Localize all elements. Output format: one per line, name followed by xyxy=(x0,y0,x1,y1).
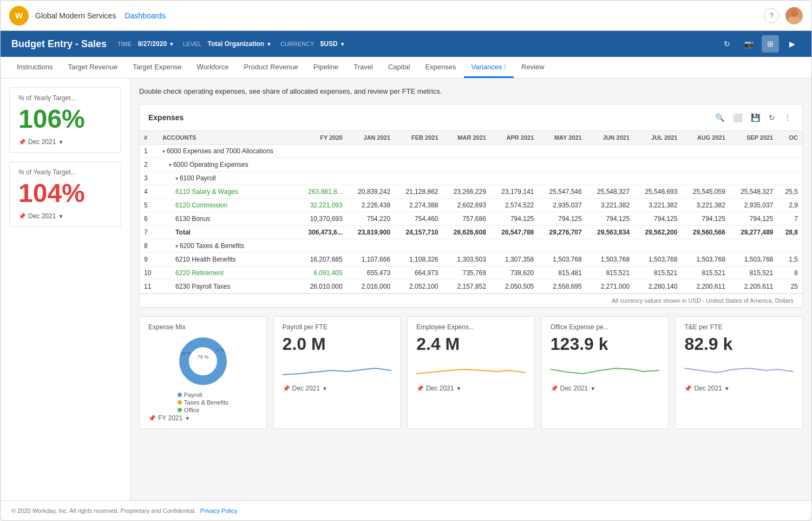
save-icon[interactable]: 💾 xyxy=(749,111,762,124)
sidebar-widget-1-footer[interactable]: 📌 Dec 2021 ▼ xyxy=(18,138,112,146)
expand-icon[interactable]: ▾ xyxy=(175,243,180,249)
toolbar-refresh-icon[interactable]: ↻ xyxy=(767,111,777,124)
cell-aug: 794,125 xyxy=(682,212,729,226)
tab-variances[interactable]: Variances ⁝ xyxy=(464,57,514,78)
help-button[interactable]: ? xyxy=(764,8,779,23)
payroll-fte-footer-label: Dec 2021 xyxy=(292,385,320,392)
cell-jan: 2,016,000 xyxy=(347,280,395,294)
expand-icon[interactable]: ▾ xyxy=(175,175,180,181)
sidebar-widget-1-title: % of Yearly Target... xyxy=(18,94,112,102)
tab-capital[interactable]: Capital xyxy=(381,57,417,78)
cell-may xyxy=(538,239,586,253)
expand-icon[interactable]: ▾ xyxy=(169,162,173,168)
page-title: Budget Entry - Sales xyxy=(11,38,107,50)
search-icon[interactable]: 🔍 xyxy=(713,111,726,124)
cell-jul xyxy=(634,145,682,158)
cell-aug xyxy=(682,145,729,158)
grid-view-button[interactable]: ⊞ xyxy=(762,35,779,53)
privacy-policy-link[interactable]: Privacy Policy xyxy=(200,507,237,514)
cell-num: 7 xyxy=(140,226,158,239)
tne-fte-footer[interactable]: 📌 Dec 2021 ▼ xyxy=(684,385,794,392)
cell-apr: 2,050,505 xyxy=(490,280,538,294)
export-icon[interactable]: ⬜ xyxy=(731,111,744,124)
cell-feb: 754,460 xyxy=(395,212,442,226)
cell-may: 25,547,546 xyxy=(538,185,586,199)
level-control[interactable]: LEVEL Total Organization ▼ xyxy=(183,40,272,48)
employee-expense-footer-label: Dec 2021 xyxy=(426,385,454,392)
tab-review[interactable]: Review xyxy=(514,57,552,78)
cell-mar: 1,303,503 xyxy=(443,253,490,266)
tab-expenses[interactable]: Expenses xyxy=(417,57,463,78)
cell-feb xyxy=(395,172,442,185)
time-label: TIME xyxy=(117,41,132,47)
cell-mar: 757,686 xyxy=(443,212,490,226)
dashboards-link[interactable]: Dashboards xyxy=(125,11,166,20)
tab-travel[interactable]: Travel xyxy=(346,57,381,78)
col-fy2020: FY 2020 xyxy=(297,131,346,145)
cell-feb: 1,108,326 xyxy=(395,253,442,266)
office-expense-footer[interactable]: 📌 Dec 2021 ▼ xyxy=(551,385,660,392)
cell-sep xyxy=(730,239,777,253)
tab-target-expense[interactable]: Target Expense xyxy=(125,57,189,78)
cell-may xyxy=(538,158,586,172)
cell-jun xyxy=(586,145,634,158)
payroll-fte-footer[interactable]: 📌 Dec 2021 ▼ xyxy=(283,385,392,392)
cell-apr xyxy=(490,158,538,172)
refresh-button[interactable]: ↻ xyxy=(718,35,736,53)
table-row: 11 6230 Payroll Taxes 26,010,000 2,016,0… xyxy=(140,280,802,294)
cell-mar: 26,626,608 xyxy=(443,226,490,239)
office-expense-title: Office Expense pe... xyxy=(551,323,660,331)
cell-jan xyxy=(347,172,395,185)
cell-num: 5 xyxy=(140,199,158,212)
employee-expense-footer[interactable]: 📌 Dec 2021 ▼ xyxy=(416,385,526,392)
screenshot-button[interactable]: 📷 xyxy=(740,35,757,53)
currency-arrow-icon: ▼ xyxy=(340,41,345,47)
tab-product-revenue[interactable]: Product Revenue xyxy=(237,57,306,78)
expense-mix-title: Expense Mix xyxy=(148,323,258,331)
cell-account: 6230 Payroll Taxes xyxy=(158,280,297,294)
cell-account: ▾ 6200 Taxes & Benefits xyxy=(158,239,297,253)
cell-aug: 1,503,768 xyxy=(682,253,729,266)
cell-oct: 25 xyxy=(777,280,802,294)
section-description: Double check operating expenses, see sha… xyxy=(139,85,803,97)
sidebar-widget-2-value: 104% xyxy=(18,178,112,208)
legend-office-label: Office xyxy=(184,407,200,413)
cell-may: 815,481 xyxy=(538,266,586,280)
cell-apr: 794,125 xyxy=(490,212,538,226)
payroll-fte-title: Payroll per FTE xyxy=(283,323,392,331)
pin-icon-7: 📌 xyxy=(684,385,692,392)
tab-instructions[interactable]: Instructions xyxy=(9,57,60,78)
legend-payroll: Payroll xyxy=(178,392,228,398)
currency-control[interactable]: CURRENCY $USD ▼ xyxy=(280,40,345,48)
sidebar-widget-1-value: 106% xyxy=(18,104,112,134)
cell-jun: 29,563,834 xyxy=(586,226,634,239)
office-expense-chart xyxy=(551,359,660,380)
cell-jun xyxy=(586,172,634,185)
video-button[interactable]: ▶ xyxy=(783,35,801,53)
cell-num: 2 xyxy=(140,158,158,172)
more-options-icon[interactable]: ⋮ xyxy=(782,111,794,124)
chevron-down-icon-2: ▼ xyxy=(58,213,63,219)
expense-mix-footer[interactable]: 📌 FY 2021 ▼ xyxy=(148,414,258,422)
tab-pipeline[interactable]: Pipeline xyxy=(306,57,346,78)
cell-sep xyxy=(730,145,777,158)
tab-target-revenue[interactable]: Target Revenue xyxy=(60,57,125,78)
donut-container: 79 % 16 % 5 % Payroll Taxes & Benef xyxy=(148,334,258,414)
time-control[interactable]: TIME 8/27/2020 ▼ xyxy=(117,40,174,48)
cell-feb xyxy=(395,145,442,158)
cell-aug xyxy=(682,158,729,172)
tab-workforce[interactable]: Workforce xyxy=(189,57,237,78)
cell-may: 2,558,695 xyxy=(538,280,586,294)
user-avatar[interactable] xyxy=(785,7,803,24)
cell-oct xyxy=(777,239,802,253)
metrics-cards-row: Expense Mix 79 % 16 % 5 % xyxy=(139,316,803,429)
time-arrow-icon: ▼ xyxy=(169,41,174,47)
cell-jun xyxy=(586,239,634,253)
svg-point-1 xyxy=(788,17,801,24)
cell-apr: 23,179,141 xyxy=(490,185,538,199)
sidebar-widget-2-footer[interactable]: 📌 Dec 2021 ▼ xyxy=(18,212,112,220)
cell-feb: 664,973 xyxy=(395,266,442,280)
expand-icon[interactable]: ▾ xyxy=(162,148,167,154)
cell-apr xyxy=(490,145,538,158)
cell-may: 29,276,707 xyxy=(538,226,586,239)
